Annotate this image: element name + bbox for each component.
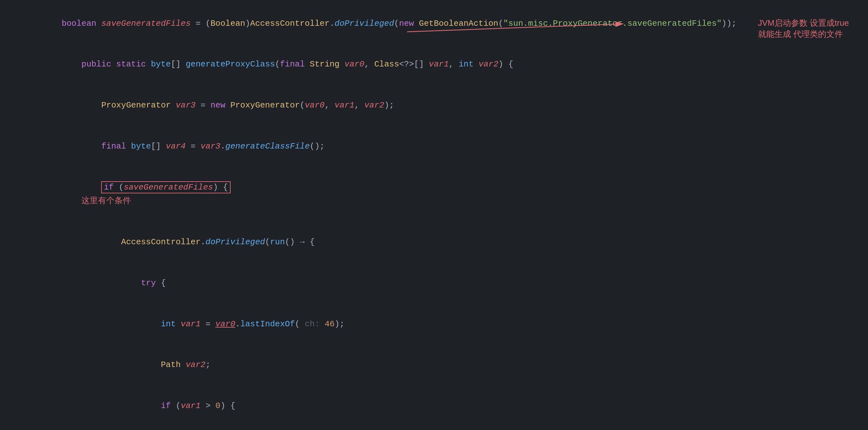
code-line-7: try {: [0, 263, 868, 304]
code-editor: JVM启动参数 设置成true 就能生成 代理类的文件 boolean save…: [0, 0, 868, 430]
code-line-4: final byte[] var4 = var3.generateClassFi…: [0, 126, 868, 167]
code-line-10: if (var1 > 0) {: [0, 386, 868, 427]
code-line-9: Path var2;: [0, 345, 868, 386]
code-line-8: int var1 = var0.lastIndexOf( ch: 46);: [0, 304, 868, 345]
code-line-6: AccessController.doPrivileged(run() → {: [0, 222, 868, 263]
red-box-if: if (saveGeneratedFiles) {: [101, 181, 230, 193]
code-line-11: Path var3 = Paths.get(var0.substring(0, …: [0, 427, 868, 430]
code-line-5: if (saveGeneratedFiles) { 这里有个条件: [0, 167, 868, 222]
condition-annotation: 这里有个条件: [82, 195, 131, 205]
code-line-2: public static byte[] generateProxyClass(…: [0, 44, 868, 85]
code-line-1: boolean saveGeneratedFiles = (Boolean)Ac…: [0, 3, 868, 44]
code-line-3: ProxyGenerator var3 = new ProxyGenerator…: [0, 85, 868, 126]
